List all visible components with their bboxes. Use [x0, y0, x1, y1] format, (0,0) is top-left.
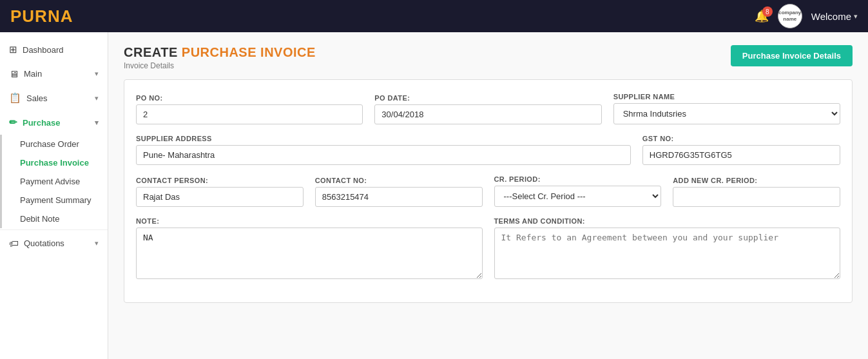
- terms-textarea[interactable]: [494, 228, 841, 279]
- page-title: CREATE PURCHASE INVOICE: [124, 45, 316, 60]
- po-date-input[interactable]: [374, 104, 601, 124]
- quotations-icon: 🏷: [9, 238, 19, 249]
- purchase-submenu: Purchase Order Purchase Invoice Payment …: [0, 135, 108, 228]
- sidebar-item-purchase[interactable]: ✏ Purchase ▾: [0, 110, 108, 135]
- note-label: NOTE:: [136, 217, 483, 225]
- contact-no-group: CONTACT NO:: [315, 177, 483, 207]
- sidebar-item-purchase-invoice[interactable]: Purchase Invoice: [11, 153, 108, 172]
- dashboard-icon: ⊞: [9, 44, 17, 55]
- form-row-3: CONTACT PERSON: CONTACT NO: CR. PERIOD: …: [136, 175, 840, 207]
- terms-group: TERMS AND CONDITION:: [494, 217, 841, 279]
- add-cr-period-input[interactable]: [673, 187, 840, 207]
- note-textarea[interactable]: NA: [136, 228, 483, 279]
- form-row-2: SUPPLIER ADDRESS GST NO:: [136, 135, 840, 165]
- sidebar-item-main[interactable]: 🖥 Main ▾: [0, 62, 108, 86]
- cr-period-group: CR. PERIOD: ---Select Cr. Period ---: [494, 175, 662, 207]
- form-row-4: NOTE: NA TERMS AND CONDITION:: [136, 217, 840, 279]
- submenu-label: Payment Advise: [20, 177, 80, 186]
- sidebar-item-debit-note[interactable]: Debit Note: [11, 209, 108, 228]
- sidebar-item-sales[interactable]: 📋 Sales ▾: [0, 86, 108, 110]
- cr-period-select[interactable]: ---Select Cr. Period ---: [494, 186, 662, 207]
- top-navbar: PURNA 🔔 8 companyname Welcome ▾: [0, 0, 868, 32]
- monitor-icon: 🖥: [9, 68, 19, 79]
- supplier-address-label: SUPPLIER ADDRESS: [136, 135, 631, 142]
- note-group: NOTE: NA: [136, 217, 483, 279]
- po-no-group: PO NO:: [136, 94, 363, 124]
- notification-button[interactable]: 🔔 8: [755, 9, 769, 23]
- sidebar: ⊞ Dashboard 🖥 Main ▾ 📋 Sales ▾ ✏ Purchas…: [0, 32, 108, 359]
- nav-right: 🔔 8 companyname Welcome ▾: [755, 4, 858, 28]
- sidebar-item-payment-advise[interactable]: Payment Advise: [11, 172, 108, 191]
- main-content: CREATE PURCHASE INVOICE Invoice Details …: [108, 32, 868, 359]
- po-no-label: PO NO:: [136, 94, 363, 102]
- supplier-name-select[interactable]: Shrma Indutsries: [613, 103, 840, 124]
- chevron-down-icon: ▾: [95, 94, 99, 102]
- company-logo: companyname: [778, 4, 802, 28]
- po-no-input[interactable]: [136, 104, 363, 124]
- welcome-label: Welcome: [811, 11, 851, 22]
- sidebar-item-label: Dashboard: [23, 45, 64, 55]
- submenu-label: Debit Note: [20, 214, 59, 224]
- sidebar-item-purchase-order[interactable]: Purchase Order: [11, 135, 108, 153]
- purchase-invoice-details-button[interactable]: Purchase Invoice Details: [731, 45, 853, 66]
- welcome-button[interactable]: Welcome ▾: [811, 11, 858, 22]
- form-row-1: PO NO: PO DATE: SUPPLIER NAME Shrma Indu…: [136, 93, 840, 124]
- chevron-down-icon: ▾: [95, 239, 99, 247]
- sidebar-item-label: Sales: [26, 93, 48, 103]
- sidebar-item-payment-summary[interactable]: Payment Summary: [11, 191, 108, 209]
- page-heading: CREATE PURCHASE INVOICE Invoice Details: [124, 45, 316, 70]
- gst-no-label: GST NO:: [642, 135, 840, 142]
- gst-no-group: GST NO:: [642, 135, 840, 165]
- contact-no-label: CONTACT NO:: [315, 177, 483, 184]
- chevron-down-icon: ▾: [95, 119, 99, 127]
- submenu-label: Purchase Invoice: [20, 158, 89, 168]
- add-cr-period-label: ADD NEW CR. PERIOD:: [673, 177, 840, 184]
- purchase-icon: ✏: [9, 117, 17, 128]
- notification-badge: 8: [762, 6, 773, 17]
- welcome-chevron-icon: ▾: [854, 12, 858, 21]
- supplier-address-input[interactable]: [136, 145, 631, 165]
- sidebar-item-label: Quotations: [24, 238, 64, 248]
- contact-person-label: CONTACT PERSON:: [136, 177, 304, 184]
- supplier-name-label: SUPPLIER NAME: [613, 93, 840, 101]
- add-cr-period-group: ADD NEW CR. PERIOD:: [673, 177, 840, 207]
- po-date-group: PO DATE:: [374, 94, 601, 124]
- page-header: CREATE PURCHASE INVOICE Invoice Details …: [124, 45, 853, 70]
- contact-person-input[interactable]: [136, 187, 304, 207]
- gst-no-input[interactable]: [642, 145, 840, 165]
- supplier-name-group: SUPPLIER NAME Shrma Indutsries: [613, 93, 840, 124]
- po-date-label: PO DATE:: [374, 94, 601, 102]
- submenu-label: Payment Summary: [20, 195, 92, 205]
- terms-label: TERMS AND CONDITION:: [494, 217, 841, 225]
- sidebar-item-quotations[interactable]: 🏷 Quotations ▾: [0, 231, 108, 255]
- sales-icon: 📋: [9, 92, 21, 104]
- breadcrumb: Invoice Details: [124, 61, 316, 70]
- sidebar-item-label: Purchase: [23, 118, 61, 128]
- app-logo: PURNA: [10, 6, 73, 26]
- sidebar-item-dashboard[interactable]: ⊞ Dashboard: [0, 37, 108, 62]
- layout: ⊞ Dashboard 🖥 Main ▾ 📋 Sales ▾ ✏ Purchas…: [0, 32, 868, 359]
- contact-no-input[interactable]: [315, 187, 483, 207]
- contact-person-group: CONTACT PERSON:: [136, 177, 304, 207]
- supplier-address-group: SUPPLIER ADDRESS: [136, 135, 631, 165]
- chevron-down-icon: ▾: [95, 70, 99, 78]
- sidebar-divider: [0, 229, 108, 230]
- sidebar-item-label: Main: [24, 69, 42, 79]
- cr-period-label: CR. PERIOD:: [494, 175, 662, 183]
- invoice-form: PO NO: PO DATE: SUPPLIER NAME Shrma Indu…: [124, 79, 853, 303]
- submenu-label: Purchase Order: [20, 139, 79, 149]
